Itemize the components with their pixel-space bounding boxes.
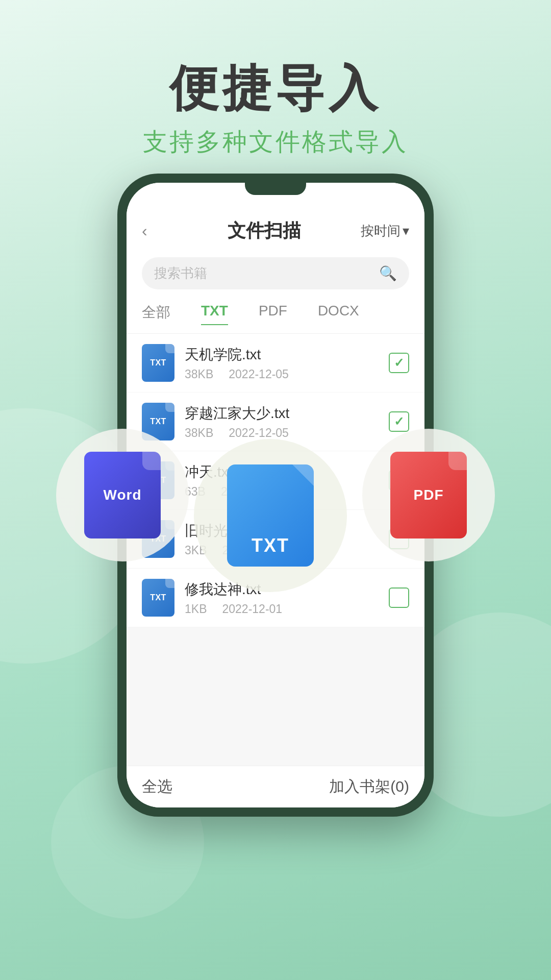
sort-label: 按时间 <box>361 222 400 240</box>
file-date: 2022-12-05 <box>229 368 289 381</box>
sub-title: 支持多种文件格式导入 <box>0 126 551 158</box>
pdf-icon: PDF <box>390 452 467 538</box>
txt-icon-large: TXT <box>227 464 314 567</box>
main-title: 便捷导入 <box>0 61 551 115</box>
file-info: 天机学院.txt 38KB 2022-12-05 <box>185 345 379 381</box>
file-size: 38KB <box>185 368 213 381</box>
word-circle: Word <box>56 429 189 561</box>
header-section: 便捷导入 支持多种文件格式导入 <box>0 0 551 189</box>
file-icon-txt: TXT <box>142 344 174 382</box>
check-icon: ✓ <box>394 356 404 370</box>
sort-button[interactable]: 按时间 ▾ <box>361 222 409 240</box>
search-container: 搜索书籍 🔍 <box>127 251 424 298</box>
filter-tab-txt[interactable]: TXT <box>201 303 228 325</box>
search-placeholder: 搜索书籍 <box>154 264 207 282</box>
filter-tab-docx[interactable]: DOCX <box>318 303 359 325</box>
file-type-label: TXT <box>150 593 166 602</box>
txt-circle: TXT <box>194 439 347 592</box>
phone-notch <box>245 183 306 195</box>
filter-tabs: 全部 TXT PDF DOCX <box>127 298 424 334</box>
sort-chevron-icon: ▾ <box>403 223 409 239</box>
file-name: 天机学院.txt <box>185 345 379 364</box>
txt-label: TXT <box>252 535 289 556</box>
back-button[interactable]: ‹ <box>142 222 167 240</box>
file-date: 2022-12-01 <box>222 602 282 616</box>
file-meta: 38KB 2022-12-05 <box>185 368 379 381</box>
word-label: Word <box>103 487 141 503</box>
file-type-label: TXT <box>150 358 166 368</box>
file-meta: 1KB 2022-12-01 <box>185 602 379 616</box>
filter-tab-all[interactable]: 全部 <box>142 303 170 325</box>
bottom-bar: 全选 加入书架(0) <box>127 766 424 807</box>
word-icon: Word <box>84 452 161 538</box>
filter-tab-pdf[interactable]: PDF <box>259 303 287 325</box>
pdf-label: PDF <box>414 487 444 503</box>
pdf-circle: PDF <box>362 429 495 561</box>
app-header: ‹ 文件扫描 按时间 ▾ <box>127 208 424 251</box>
file-checkbox[interactable]: ✓ <box>389 353 409 373</box>
file-size: 1KB <box>185 602 207 616</box>
format-circles: Word TXT PDF <box>46 388 505 592</box>
add-to-shelf-button[interactable]: 加入书架(0) <box>329 776 409 797</box>
app-title: 文件扫描 <box>167 218 361 243</box>
search-icon: 🔍 <box>379 265 397 282</box>
file-item[interactable]: TXT 天机学院.txt 38KB 2022-12-05 ✓ <box>127 334 424 393</box>
select-all-button[interactable]: 全选 <box>142 776 172 797</box>
search-bar[interactable]: 搜索书籍 🔍 <box>142 257 409 289</box>
